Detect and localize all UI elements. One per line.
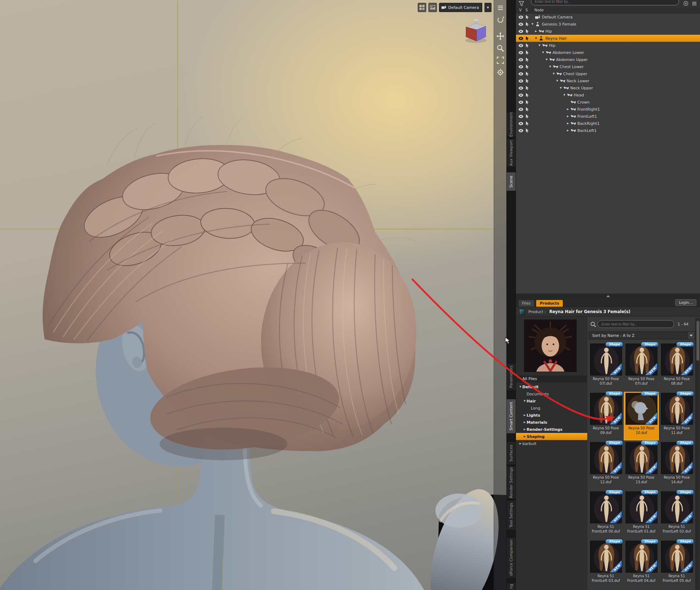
product-thumbnail-image[interactable]: NEW [626, 491, 657, 523]
product-item-reyna-51-frontleft-01-duf[interactable]: NEWShapeReyna 51FrontLeft 01.duf [624, 491, 659, 539]
viewport-options-button[interactable] [418, 3, 426, 12]
scene-node-frontright1[interactable]: ▶FrontRight1 [516, 106, 700, 113]
product-item-reyna-50-pose-09-duf[interactable]: NEWShapeReyna 50 Pose09.duf [589, 392, 623, 440]
visibility-eye-icon[interactable] [518, 94, 524, 97]
tab-tool-settings[interactable]: Tool Settings [507, 501, 516, 530]
pane-menu-icon[interactable] [692, 1, 697, 6]
selection-cursor-icon[interactable] [524, 100, 530, 104]
product-thumbnail-image[interactable]: NEW [626, 344, 657, 375]
tab-scene[interactable]: Scene [507, 172, 516, 191]
frame-tool-button[interactable] [496, 56, 505, 65]
tab-smart-content[interactable]: Smart Content [507, 399, 516, 433]
expander-icon[interactable]: ▶ [566, 115, 570, 118]
product-thumbnail-image[interactable]: NEW [626, 541, 657, 573]
product-item-reyna-50-pose-10-duf[interactable]: NEWShapeReyna 50 Pose10.duf [624, 392, 659, 440]
pan-tool-button[interactable] [496, 32, 505, 40]
expander-icon[interactable]: ▼ [530, 23, 534, 26]
selection-cursor-icon[interactable] [524, 43, 530, 48]
product-thumbnail-image[interactable]: NEW [661, 393, 693, 425]
product-item-reyna-51-frontleft-03-duf[interactable]: NEWShapeReyna 51FrontLeft 03.duf [589, 540, 623, 588]
expander-icon[interactable]: ▼ [559, 87, 563, 89]
tab-surfaces[interactable]: Surfaces [507, 442, 516, 464]
selection-cursor-icon[interactable] [524, 36, 530, 40]
product-thumbnail-image[interactable]: NEW [626, 393, 657, 425]
expander-icon[interactable]: ▼ [538, 44, 541, 47]
scene-node-backright1[interactable]: ▶BackRight1 [516, 120, 700, 127]
grid-scrollbar-thumb[interactable] [696, 321, 699, 361]
pane-divider[interactable] [516, 294, 700, 298]
selection-cursor-icon[interactable] [524, 72, 530, 76]
selection-cursor-icon[interactable] [524, 114, 530, 118]
scene-node-chest-lower[interactable]: ▼Chest Lower [516, 63, 700, 70]
visibility-eye-icon[interactable] [518, 122, 524, 125]
visibility-eye-icon[interactable] [518, 44, 524, 47]
scene-node-backleft1[interactable]: ▶BackLeft1 [516, 127, 700, 134]
filter-funnel-icon[interactable] [519, 1, 524, 6]
visibility-eye-icon[interactable] [518, 16, 524, 19]
visibility-eye-icon[interactable] [518, 101, 524, 104]
render-preview-button[interactable] [428, 3, 437, 12]
scene-node-abdomen-upper[interactable]: ▼Abdomen Upper [516, 56, 700, 63]
scene-node-chest-upper[interactable]: ▼Chest Upper [516, 70, 700, 77]
tab-aux-viewport[interactable]: Aux Viewport [507, 139, 516, 167]
visibility-eye-icon[interactable] [518, 129, 524, 132]
expander-icon[interactable]: ▼ [548, 65, 552, 68]
scene-node-frontleft1[interactable]: ▶FrontLeft1 [516, 113, 700, 120]
product-item-reyna-50-pose-07r-duf[interactable]: NEWShapeReyna 50 Pose07r.duf [624, 343, 659, 391]
product-item-reyna-50-pose-07l-duf[interactable]: NEWShapeReyna 50 Pose07l.duf [589, 343, 623, 391]
expander-icon[interactable]: ▶ [566, 122, 570, 125]
product-item-reyna-50-pose-12-duf[interactable]: NEWShapeReyna 50 Pose12.duf [589, 441, 623, 489]
product-thumbnail-image[interactable]: NEW [661, 541, 693, 573]
tab-environment[interactable]: Environment [507, 113, 516, 136]
product-thumbnail-image[interactable]: NEW [590, 491, 622, 523]
scene-node-head[interactable]: ▼Head [516, 91, 700, 99]
selection-cursor-icon[interactable] [524, 128, 530, 133]
scene-node-default-camera[interactable]: Default Camera [516, 13, 700, 21]
selection-cursor-icon[interactable] [524, 29, 530, 33]
scene-node-neck-lower[interactable]: ▼Neck Lower [516, 77, 700, 84]
product-item-reyna-50-pose-14-duf[interactable]: NEWShapeReyna 50 Pose14.duf [660, 441, 694, 489]
scene-node-hip[interactable]: ▶Hip [516, 28, 700, 35]
selection-cursor-icon[interactable] [524, 57, 530, 62]
expander-icon[interactable]: ▶ [566, 108, 570, 111]
tab-dforce-companion[interactable]: dForce Companion [507, 538, 516, 578]
scene-node-neck-upper[interactable]: ▼Neck Upper [516, 84, 700, 91]
product-thumbnail-image[interactable]: NEW [626, 442, 657, 474]
visibility-eye-icon[interactable] [518, 65, 524, 68]
selection-cursor-icon[interactable] [524, 79, 530, 83]
product-item-reyna-50-pose-08-duf[interactable]: NEWShapeReyna 50 Pose08.duf [660, 343, 694, 391]
selection-cursor-icon[interactable] [524, 93, 530, 97]
product-thumbnail-image[interactable]: NEW [661, 344, 693, 375]
product-item-reyna-51-frontleft-04-duf[interactable]: NEWShapeReyna 51FrontLeft 04.duf [624, 540, 659, 588]
visibility-eye-icon[interactable] [518, 72, 524, 76]
camera-selector-dropdown-arrow[interactable]: ▼ [484, 3, 491, 12]
product-thumbnail-image[interactable]: NEW [661, 491, 693, 523]
visibility-eye-icon[interactable] [518, 87, 524, 90]
clear-filter-icon[interactable] [683, 1, 688, 6]
product-thumbnail-image[interactable]: NEW [590, 344, 622, 375]
visibility-eye-icon[interactable] [518, 23, 524, 26]
aim-tool-button[interactable] [496, 68, 505, 77]
product-thumbnail-image[interactable]: NEW [661, 442, 693, 474]
product-item-reyna-51-frontleft-00-duf[interactable]: NEWShapeReyna 51FrontLeft 00.duf [589, 491, 623, 539]
visibility-eye-icon[interactable] [518, 37, 524, 40]
selection-cursor-icon[interactable] [524, 121, 530, 126]
view-orientation-gizmo[interactable] [461, 18, 491, 45]
expander-icon[interactable]: ▼ [552, 72, 556, 75]
selection-cursor-icon[interactable] [524, 86, 530, 90]
tab-render-settings[interactable]: Render Settings [507, 467, 516, 499]
product-thumbnail-image[interactable]: NEW [590, 541, 622, 573]
tab-parameters[interactable]: Parameters [507, 364, 516, 390]
product-thumbnail-image[interactable]: NEW [590, 393, 622, 425]
divider-collapse-arrow-icon[interactable] [606, 295, 610, 297]
tab-ng[interactable]: ng [507, 583, 516, 590]
selection-cursor-icon[interactable] [524, 50, 530, 55]
expander-icon[interactable]: ▼ [562, 94, 566, 96]
product-item-reyna-51-frontleft-02-duf[interactable]: NEWShapeReyna 51FrontLeft 02.duf [660, 491, 694, 539]
product-item-reyna-50-pose-13-duf[interactable]: NEWShapeReyna 50 Pose13.duf [624, 441, 659, 489]
selection-cursor-icon[interactable] [524, 22, 530, 26]
viewport-menu-button[interactable] [496, 4, 505, 12]
selection-cursor-icon[interactable] [524, 107, 530, 111]
selection-cursor-icon[interactable] [524, 65, 530, 69]
product-item-reyna-51-frontleft-05-duf[interactable]: NEWShapeReyna 51FrontLeft 05.duf [660, 540, 694, 588]
